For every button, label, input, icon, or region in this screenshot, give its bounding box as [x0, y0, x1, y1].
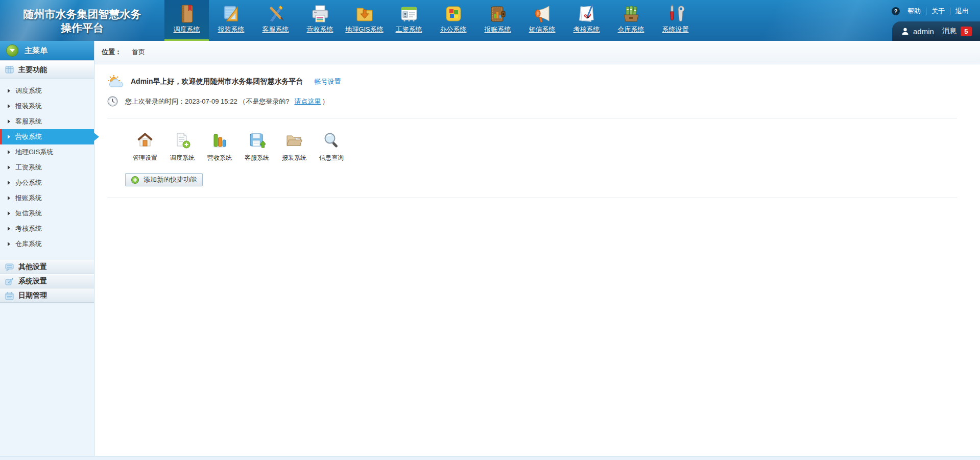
tools-icon [665, 4, 686, 24]
folder-download-icon [354, 4, 375, 24]
breadcrumb-home[interactable]: 首页 [132, 48, 145, 56]
logout-link[interactable]: 退出 [950, 7, 974, 16]
quick-item-customer-service[interactable]: 客服系统 [241, 132, 273, 162]
user-icon [901, 28, 909, 35]
sidebar-section-main-functions[interactable]: 主要功能 [0, 60, 94, 79]
sidebar-item-reimbursement[interactable]: 报账系统 [0, 190, 94, 206]
nav-item-label: 调度系统 [174, 25, 200, 34]
office-suite-icon [443, 4, 464, 24]
quick-item-label: 客服系统 [245, 154, 269, 162]
help-links: ? 帮助 关于 退出 [892, 7, 974, 16]
nav-item-install[interactable]: 报装系统 [209, 0, 253, 41]
nav-item-warehouse[interactable]: 仓库系统 [609, 0, 653, 41]
app-title-line2: 操作平台 [0, 21, 164, 35]
app-title-line1: 随州市水务集团智慧水务 [0, 7, 164, 21]
quick-item-label: 报装系统 [282, 154, 306, 162]
messages-link[interactable]: 消息 [942, 27, 957, 36]
message-badge[interactable]: 5 [961, 27, 972, 36]
nav-item-salary[interactable]: 工资系统 [387, 0, 431, 41]
divider [107, 198, 957, 198]
save-upload-icon [248, 132, 266, 149]
sidebar-section-other-settings[interactable]: 其他设置 [0, 260, 94, 274]
last-login-text: 您上次登录的时间：2023-07-09 15:22 （不是您登录的? [125, 97, 289, 106]
account-settings-link[interactable]: 帐号设置 [315, 77, 341, 86]
assessment-pen-icon [577, 4, 597, 24]
sidebar-menu-title: 主菜单 [25, 46, 47, 56]
nav-item-label: 考核系统 [573, 25, 600, 34]
nav-item-reimbursement[interactable]: 报账系统 [475, 0, 520, 41]
nav-item-office[interactable]: 办公系统 [431, 0, 475, 41]
sidebar-section-date-management[interactable]: 日期管理 [0, 288, 94, 303]
nav-item-customer-service[interactable]: 客服系统 [253, 0, 298, 41]
book-icon [177, 4, 197, 24]
home-icon [136, 132, 154, 149]
quick-item-install[interactable]: 报装系统 [278, 132, 310, 162]
sidebar-section-label: 系统设置 [18, 277, 47, 286]
sidebar-section-label: 其他设置 [18, 262, 47, 272]
breadcrumb: 位置：首页 [94, 41, 980, 64]
sidebar-item-revenue[interactable]: 营收系统 [0, 129, 94, 144]
edit-icon [5, 277, 14, 286]
user-bar[interactable]: admin 消息 5 [892, 21, 980, 41]
plus-circle-icon [131, 176, 139, 184]
welcome-message: Admin早上好，欢迎使用随州市水务集团智慧水务平台 [131, 77, 303, 86]
breadcrumb-label: 位置： [102, 48, 122, 56]
sidebar-item-sms[interactable]: 短信系统 [0, 206, 94, 221]
nav-item-label: 客服系统 [262, 25, 289, 34]
nav-item-revenue[interactable]: 营收系统 [298, 0, 342, 41]
archive-binders-icon [621, 4, 641, 24]
nav-item-gis[interactable]: 地理GIS系统 [342, 0, 387, 41]
sidebar-item-salary[interactable]: 工资系统 [0, 160, 94, 175]
sidebar-section-label: 日期管理 [18, 291, 47, 300]
set-square-icon [221, 4, 242, 24]
quick-item-admin-settings[interactable]: 管理设置 [129, 132, 161, 162]
quick-item-label: 调度系统 [170, 154, 195, 162]
help-link[interactable]: 帮助 [902, 7, 926, 16]
sidebar-item-customer-service[interactable]: 客服系统 [0, 114, 94, 129]
quick-item-info-query[interactable]: 信息查询 [316, 132, 347, 162]
help-icon: ? [892, 7, 900, 15]
quick-item-label: 信息查询 [319, 154, 344, 162]
welcome-row: Admin早上好，欢迎使用随州市水务集团智慧水务平台 帐号设置 [107, 75, 957, 89]
nav-item-label: 营收系统 [307, 25, 333, 34]
sidebar-item-gis[interactable]: 地理GIS系统 [0, 144, 94, 160]
nav-item-label: 报装系统 [218, 25, 245, 34]
main-content: 位置：首页 Admin早上好，欢迎使用随州市水务集团智慧水务平台 帐号设置 您上… [94, 41, 980, 456]
folder-doc-icon [285, 132, 303, 149]
last-login-suffix: ） [322, 97, 328, 106]
nav-item-label: 仓库系统 [618, 25, 644, 34]
sidebar-section-label: 主要功能 [18, 65, 47, 75]
printer-icon [310, 4, 330, 24]
nav-item-assessment[interactable]: 考核系统 [564, 0, 609, 41]
clock-icon [107, 96, 118, 107]
search-icon [323, 132, 340, 149]
header-right: ? 帮助 关于 退出 admin 消息 5 [827, 0, 980, 41]
nav-item-system-settings[interactable]: 系统设置 [653, 0, 698, 41]
sun-cloud-icon [107, 75, 125, 89]
nav-item-label: 短信系统 [529, 25, 556, 34]
last-login-row: 您上次登录的时间：2023-07-09 15:22 （不是您登录的? 请点这里 … [107, 96, 957, 107]
quick-links-row: 管理设置 调度系统 营收系统 客服系统 报装系统 [129, 132, 957, 162]
sidebar-item-office[interactable]: 办公系统 [0, 175, 94, 190]
bar-chart-icon [211, 132, 228, 149]
add-shortcut-button[interactable]: 添加新的快捷功能 [125, 173, 203, 186]
sidebar-item-assessment[interactable]: 考核系统 [0, 221, 94, 236]
grid-icon [5, 65, 14, 74]
megaphone-icon [532, 4, 553, 24]
menu-collapse-icon[interactable] [6, 44, 18, 57]
sidebar-section-system-settings[interactable]: 系统设置 [0, 274, 94, 288]
quick-item-revenue[interactable]: 营收系统 [204, 132, 235, 162]
sidebar-item-install[interactable]: 报装系统 [0, 99, 94, 114]
nav-item-label: 办公系统 [440, 25, 467, 34]
quick-item-dispatch[interactable]: 调度系统 [166, 132, 198, 162]
nav-item-sms[interactable]: 短信系统 [520, 0, 564, 41]
top-navigation: 调度系统 报装系统 客服系统 营收系统 地理GIS系统 工资系统 办公系统 报 [164, 0, 698, 41]
sidebar-item-warehouse[interactable]: 仓库系统 [0, 236, 94, 252]
about-link[interactable]: 关于 [926, 7, 950, 16]
sidebar-item-dispatch[interactable]: 调度系统 [0, 83, 94, 99]
sidebar-bottom-sections: 其他设置 系统设置 日期管理 [0, 260, 94, 303]
sidebar: 主菜单 主要功能 调度系统 报装系统 客服系统 营收系统 地理GIS系统 工资系… [0, 41, 94, 456]
nav-item-dispatch[interactable]: 调度系统 [164, 0, 209, 41]
add-shortcut-label: 添加新的快捷功能 [144, 175, 197, 184]
not-you-link[interactable]: 请点这里 [294, 97, 321, 106]
